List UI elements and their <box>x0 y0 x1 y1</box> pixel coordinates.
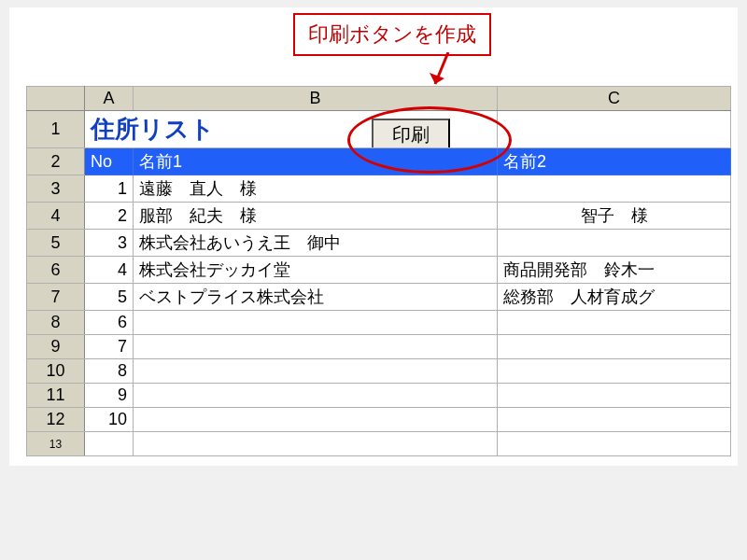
cell[interactable]: 10 <box>85 408 134 432</box>
cell[interactable]: 8 <box>85 359 134 384</box>
table-row: 86 <box>27 311 731 335</box>
cell[interactable] <box>498 230 731 257</box>
cell[interactable] <box>134 384 498 408</box>
sheet-title: 住所リスト <box>91 115 215 143</box>
cell[interactable]: 総務部 人材育成グ <box>498 284 731 311</box>
row-2-header: 2 No 名前1 名前2 <box>27 148 731 175</box>
col-header-A[interactable]: A <box>85 87 134 111</box>
cell[interactable]: 3 <box>85 230 134 257</box>
cell[interactable]: 2 <box>85 203 134 230</box>
table-row: 64株式会社デッカイ堂商品開発部 鈴木一 <box>27 257 731 284</box>
cell-C2[interactable]: 名前2 <box>498 148 731 175</box>
cell[interactable]: 4 <box>85 257 134 284</box>
cell-A1-title[interactable]: 住所リスト 印刷 <box>85 111 498 148</box>
row-13-partial: 13 <box>27 432 731 456</box>
table-row: 53株式会社あいうえ王 御中 <box>27 230 731 257</box>
svg-marker-1 <box>430 73 444 84</box>
row-header[interactable]: 5 <box>27 230 85 257</box>
table-row: 31遠藤 直人 様 <box>27 175 731 203</box>
cell[interactable]: 株式会社デッカイ堂 <box>134 257 498 284</box>
print-button[interactable]: 印刷 <box>372 119 450 148</box>
cell[interactable] <box>498 359 731 384</box>
cell[interactable] <box>85 432 134 456</box>
cell[interactable]: 服部 紀夫 様 <box>134 203 498 230</box>
cell[interactable] <box>498 384 731 408</box>
col-header-C[interactable]: C <box>498 87 731 111</box>
select-all-corner[interactable] <box>27 87 85 111</box>
spreadsheet-grid[interactable]: A B C 1 住所リスト 印刷 2 No 名前1 名前2 31遠藤 直人 様 … <box>26 86 731 456</box>
row-1: 1 住所リスト 印刷 <box>27 111 731 148</box>
cell[interactable]: 7 <box>85 335 134 359</box>
table-row: 1210 <box>27 408 731 432</box>
table-row: 108 <box>27 359 731 384</box>
row-header[interactable]: 13 <box>27 432 85 456</box>
cell-A2[interactable]: No <box>85 148 134 175</box>
row-header[interactable]: 11 <box>27 384 85 408</box>
cell-B2[interactable]: 名前1 <box>134 148 498 175</box>
row-header[interactable]: 2 <box>27 148 85 175</box>
cell[interactable] <box>134 432 498 456</box>
cell[interactable]: 1 <box>85 175 134 203</box>
cell[interactable] <box>498 432 731 456</box>
cell[interactable]: 遠藤 直人 様 <box>134 175 498 203</box>
annotation-callout-wrap: 印刷ボタンを作成 <box>9 7 738 58</box>
cell[interactable]: ベストプライス株式会社 <box>134 284 498 311</box>
row-header[interactable]: 9 <box>27 335 85 359</box>
row-header[interactable]: 6 <box>27 257 85 284</box>
cell[interactable] <box>498 408 731 432</box>
table-row: 42服部 紀夫 様智子 様 <box>27 203 731 230</box>
row-header[interactable]: 3 <box>27 175 85 203</box>
cell[interactable] <box>134 311 498 335</box>
cell[interactable] <box>498 175 731 203</box>
cell[interactable] <box>134 359 498 384</box>
cell[interactable]: 5 <box>85 284 134 311</box>
annotation-callout: 印刷ボタンを作成 <box>293 13 491 56</box>
row-header[interactable]: 8 <box>27 311 85 335</box>
row-header[interactable]: 7 <box>27 284 85 311</box>
cell[interactable]: 智子 様 <box>498 203 731 230</box>
col-header-B[interactable]: B <box>134 87 498 111</box>
cell-C1[interactable] <box>498 111 731 148</box>
table-row: 119 <box>27 384 731 408</box>
table-row: 75ベストプライス株式会社総務部 人材育成グ <box>27 284 731 311</box>
cell[interactable]: 株式会社あいうえ王 御中 <box>134 230 498 257</box>
cell[interactable]: 6 <box>85 311 134 335</box>
cell[interactable]: 9 <box>85 384 134 408</box>
row-header[interactable]: 1 <box>27 111 85 148</box>
spreadsheet-frame: 印刷ボタンを作成 A B C 1 住所リスト 印刷 2 No 名前1 名前2 3… <box>9 7 738 466</box>
cell[interactable] <box>134 408 498 432</box>
row-header[interactable]: 4 <box>27 203 85 230</box>
row-header[interactable]: 12 <box>27 408 85 432</box>
cell[interactable] <box>134 335 498 359</box>
cell[interactable] <box>498 335 731 359</box>
cell[interactable] <box>498 311 731 335</box>
cell[interactable]: 商品開発部 鈴木一 <box>498 257 731 284</box>
row-header[interactable]: 10 <box>27 359 85 384</box>
table-row: 97 <box>27 335 731 359</box>
